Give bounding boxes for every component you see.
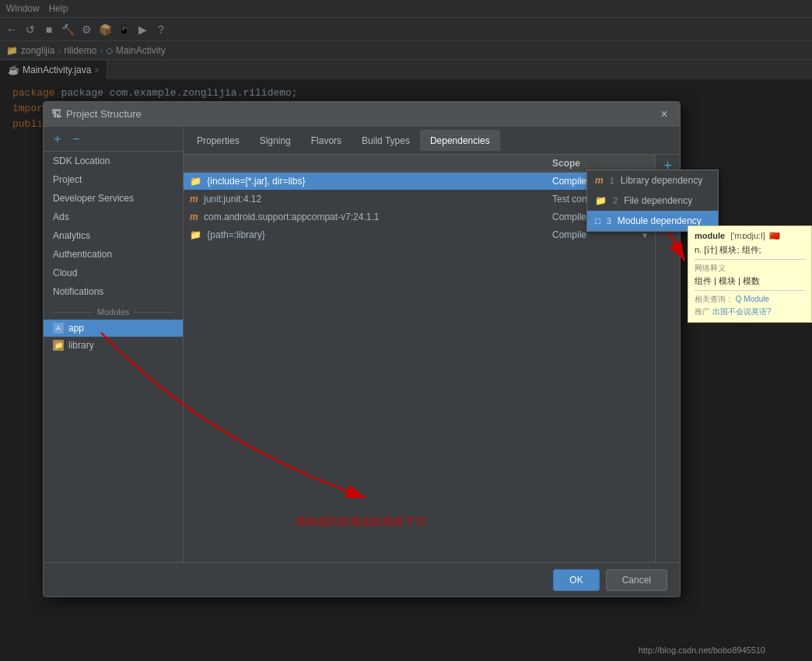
nav-sdk-location[interactable]: SDK Location (44, 152, 183, 170)
nav-analytics[interactable]: Analytics (44, 226, 183, 245)
lib-dep-m-icon: m (595, 175, 604, 186)
dependencies-table: Scope 📁 {include=[*.jar], dir=libs} (184, 155, 655, 244)
dep-cell-3: m com.android.support:appcompat-v7:24.1.… (184, 208, 546, 226)
annotation-word: module (695, 231, 725, 240)
library-module-icon: 📁 (53, 340, 64, 351)
dropdown-module-label: Module dependency (618, 215, 702, 226)
annotation-section: 网络释义 (695, 263, 805, 274)
tab-signing[interactable]: Signing (250, 130, 301, 151)
dialog-title-text: 🏗 Project Structure (51, 108, 142, 120)
dep-cell-1: 📁 {include=[*.jar], dir=libs} (184, 173, 546, 191)
nav-developer-services[interactable]: Developer Services (44, 189, 183, 208)
annotation-phonetic: ['mɒdju:l] (730, 231, 765, 240)
nav-ads[interactable]: Ads (44, 208, 183, 226)
app-module-icon: A (53, 323, 64, 334)
tab-flavors[interactable]: Flavors (301, 130, 352, 151)
dep-cell-2: m junit:junit:4.12 (184, 191, 546, 208)
dropdown-file-label: File dependency (624, 195, 692, 206)
annotation-flag: 🇨🇳 (769, 231, 780, 240)
nav-module-library[interactable]: 📁 library (44, 337, 183, 354)
remove-item-btn[interactable]: − (68, 131, 84, 147)
dialog-icon: 🏗 (51, 108, 61, 120)
dialog-footer: OK Cancel (44, 562, 680, 596)
annotation-promo: 推广 出国不会说英语? (695, 306, 805, 317)
cancel-button[interactable]: Cancel (606, 569, 667, 591)
tab-build-types[interactable]: Build Types (352, 130, 420, 151)
left-panel: + − SDK Location Project Developer Servi… (44, 127, 184, 562)
add-dependency-dropdown: m 1 Library dependency 📁 2 File dependen… (586, 170, 719, 232)
dialog-close-btn[interactable]: × (656, 107, 672, 122)
dialog-titlebar: 🏗 Project Structure × (44, 102, 680, 127)
table-row[interactable]: 📁 {path=:library} Compile ▼ (184, 226, 655, 244)
dropdown-num-3: 3 (607, 216, 611, 226)
dropdown-num-2: 2 (613, 196, 618, 205)
dropdown-num-1: 1 (610, 176, 614, 185)
m-icon-3: m (190, 212, 198, 222)
project-structure-dialog: 🏗 Project Structure × + − SDK Location P… (43, 101, 681, 597)
nav-notifications[interactable]: Notifications (44, 282, 183, 301)
nav-authentication[interactable]: Authentication (44, 245, 183, 264)
nav-module-app[interactable]: A app (44, 320, 183, 337)
dropdown-library-dep[interactable]: m 1 Library dependency (587, 170, 718, 191)
ok-button[interactable]: OK (553, 569, 599, 591)
annotation-meaning: n. [计] 模块; 组件; (695, 244, 805, 256)
dialog-content: + − SDK Location Project Developer Servi… (44, 127, 680, 562)
annotation-meanings: 组件 | 模块 | 模数 (695, 275, 805, 287)
website-watermark: http://blog.csdn.net/bobo8945510 (639, 645, 765, 655)
right-tabs: Properties Signing Flavors Build Types D… (184, 127, 680, 155)
annotation-tooltip: module ['mɒdju:l] 🇨🇳 n. [计] 模块; 组件; 网络释义… (688, 226, 812, 323)
add-item-btn[interactable]: + (50, 131, 65, 147)
module-dep-icon: □ (595, 216, 600, 226)
scope-dropdown-4[interactable]: ▼ (641, 231, 649, 240)
nav-project[interactable]: Project (44, 170, 183, 189)
table-row[interactable]: 📁 {include=[*.jar], dir=libs} Compile ▼ (184, 173, 655, 191)
dropdown-file-dep[interactable]: 📁 2 File dependency (587, 191, 718, 211)
folder-icon-4: 📁 (190, 229, 201, 240)
panel-toolbar: + − (44, 127, 183, 152)
table-row[interactable]: m com.android.support:appcompat-v7:24.1.… (184, 208, 655, 226)
modules-section-label: Modules (44, 301, 183, 320)
tab-properties[interactable]: Properties (187, 130, 250, 151)
col-header-dependency (184, 155, 546, 173)
dropdown-lib-label: Library dependency (621, 175, 702, 186)
folder-icon-1: 📁 (190, 176, 201, 187)
ide-background: Window Help ← ↺ ■ 🔨 ⚙ 📦 📱 ▶ ? 📁 zongliji… (0, 0, 812, 661)
file-dep-icon: 📁 (595, 195, 607, 206)
nav-cloud[interactable]: Cloud (44, 264, 183, 282)
annotation-related: 相关查询： Q Module (695, 294, 805, 305)
dep-cell-4: 📁 {path=:library} (184, 226, 546, 244)
table-row[interactable]: m junit:junit:4.12 Test compile ▼ (184, 191, 655, 208)
tab-dependencies[interactable]: Dependencies (420, 130, 500, 151)
m-icon-2: m (190, 194, 198, 205)
